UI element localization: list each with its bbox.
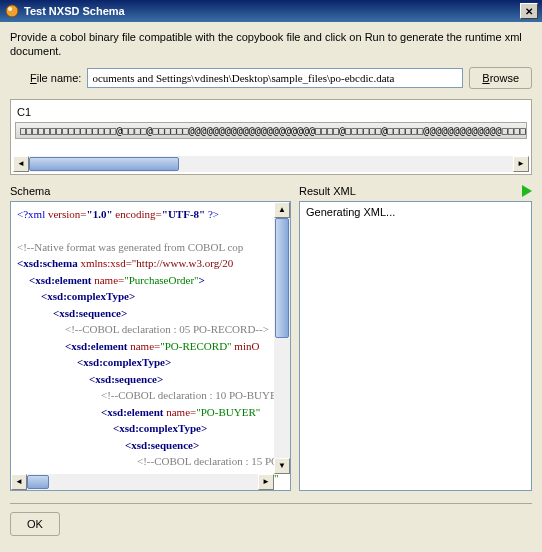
app-icon	[4, 3, 20, 19]
ok-button[interactable]: OK	[10, 512, 60, 536]
schema-line: <xsd:sequence>	[17, 305, 284, 322]
run-button[interactable]	[522, 185, 532, 197]
file-label: File name:	[30, 72, 81, 84]
preview-hscroll[interactable]: ◄ ►	[13, 156, 529, 172]
scroll-thumb[interactable]	[27, 475, 49, 489]
scroll-left-icon[interactable]: ◄	[13, 156, 29, 172]
scroll-down-icon[interactable]: ▼	[274, 458, 290, 474]
schema-line: <!--COBOL declaration : 05 PO-RECORD-->	[17, 321, 284, 338]
svg-point-1	[8, 7, 12, 11]
preview-data: □□□□□□□□□□□□□□□□@□□□□@□□□□□□@@@@@@@@@@@@…	[15, 122, 527, 139]
result-panel: Result XML Generating XML...	[299, 183, 532, 491]
scroll-up-icon[interactable]: ▲	[274, 202, 290, 218]
scroll-track[interactable]	[29, 156, 513, 172]
scroll-right-icon[interactable]: ►	[513, 156, 529, 172]
schema-line: <xsd:complexType>	[17, 354, 284, 371]
schema-content: <?xml version="1.0" encoding="UTF-8" ?> …	[10, 201, 291, 491]
instruction-text: Provide a cobol binary file compatible w…	[10, 30, 532, 59]
preview-header: C1	[15, 104, 527, 120]
scroll-thumb[interactable]	[275, 218, 289, 338]
schema-panel: Schema <?xml version="1.0" encoding="UTF…	[10, 183, 291, 491]
schema-line: <!--COBOL declaration : 10 PO-BUYER	[17, 387, 284, 404]
preview-panel: C1 □□□□□□□□□□□□□□□□@□□□□@□□□□□□@@@@@@@@@…	[10, 99, 532, 175]
scroll-thumb[interactable]	[29, 157, 179, 171]
scroll-left-icon[interactable]: ◄	[11, 474, 27, 490]
result-content: Generating XML...	[299, 201, 532, 491]
schema-line: <!--Native format was generated from COB…	[17, 239, 284, 256]
schema-label: Schema	[10, 185, 50, 197]
schema-line: <xsd:complexType>	[17, 420, 284, 437]
result-label: Result XML	[299, 185, 356, 197]
schema-line: <!--COBOL declaration : 15 PO-	[17, 453, 284, 470]
schema-line: <xsd:sequence>	[17, 371, 284, 388]
schema-vscroll[interactable]: ▲ ▼	[274, 202, 290, 474]
file-row: File name: Browse	[10, 67, 532, 89]
browse-button[interactable]: Browse	[469, 67, 532, 89]
scroll-right-icon[interactable]: ►	[258, 474, 274, 490]
titlebar: Test NXSD Schema ✕	[0, 0, 542, 22]
file-name-input[interactable]	[87, 68, 463, 88]
window-title: Test NXSD Schema	[24, 5, 520, 17]
schema-line: <xsd:sequence>	[17, 437, 284, 454]
svg-point-0	[6, 5, 18, 17]
result-text: Generating XML...	[300, 202, 531, 222]
schema-line: <xsd:complexType>	[17, 288, 284, 305]
close-button[interactable]: ✕	[520, 3, 538, 19]
schema-hscroll[interactable]: ◄ ►	[11, 474, 274, 490]
